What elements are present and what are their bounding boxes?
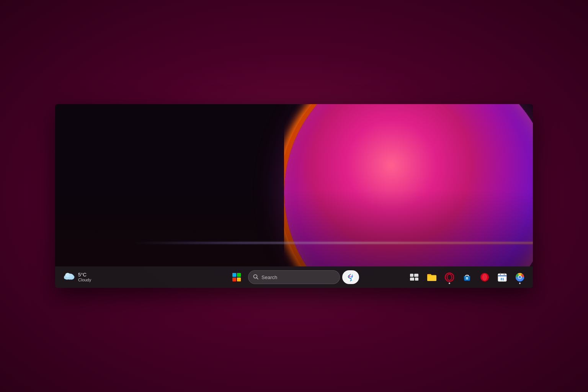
ms-store-icon	[462, 272, 472, 283]
search-icon	[253, 274, 258, 281]
chrome-icon	[514, 272, 525, 283]
opera-gx-icon	[444, 272, 455, 283]
taskview-button[interactable]	[406, 269, 423, 286]
svg-rect-3	[64, 276, 74, 279]
svg-rect-21	[467, 278, 468, 279]
svg-line-7	[257, 278, 258, 279]
ms-store-button[interactable]	[459, 269, 475, 286]
weather-condition: Cloudy	[78, 278, 91, 283]
search-bar[interactable]: Search	[248, 270, 340, 284]
weather-text: 5°C Cloudy	[78, 272, 91, 283]
chrome-button[interactable]	[511, 269, 528, 286]
svg-rect-15	[415, 278, 418, 281]
start-button[interactable]	[229, 270, 244, 285]
windows-logo-icon	[232, 273, 241, 281]
weather-temperature: 5°C	[78, 272, 91, 278]
file-explorer-button[interactable]	[423, 269, 440, 286]
svg-point-26	[483, 274, 487, 280]
file-explorer-icon	[426, 272, 437, 283]
search-placeholder-text: Search	[261, 274, 335, 280]
taskbar-icons: 31	[406, 269, 528, 286]
svg-rect-12	[410, 274, 413, 277]
taskbar-center: Search	[229, 270, 359, 285]
svg-point-10	[351, 276, 353, 277]
svg-rect-29	[498, 275, 506, 276]
weather-cloud-icon	[63, 271, 75, 283]
chrome-active-dot	[519, 283, 521, 284]
svg-rect-18	[466, 277, 467, 278]
screen-container: 5°C Cloudy	[55, 104, 533, 288]
svg-rect-19	[467, 277, 468, 278]
svg-point-9	[349, 276, 351, 278]
opera-icon	[479, 272, 490, 283]
google-calendar-icon: 31	[497, 272, 508, 283]
desktop	[55, 104, 533, 266]
opera-gx-button[interactable]	[441, 269, 458, 286]
copilot-icon	[346, 273, 355, 282]
svg-text:31: 31	[500, 277, 504, 281]
svg-point-35	[519, 276, 521, 279]
taskbar: 5°C Cloudy	[55, 266, 533, 288]
copilot-button[interactable]	[342, 270, 359, 284]
google-calendar-button[interactable]: 31	[494, 269, 511, 286]
svg-rect-13	[414, 274, 418, 277]
svg-rect-20	[466, 278, 467, 279]
svg-point-5	[69, 274, 73, 278]
opera-button[interactable]	[476, 269, 493, 286]
opera-gx-active-dot	[449, 283, 450, 284]
svg-rect-14	[410, 278, 414, 281]
svg-point-17	[447, 274, 452, 280]
weather-widget[interactable]: 5°C Cloudy	[60, 271, 94, 283]
wallpaper-bottom-gradient	[55, 190, 533, 266]
svg-point-11	[350, 278, 351, 279]
taskview-icon	[409, 272, 420, 283]
